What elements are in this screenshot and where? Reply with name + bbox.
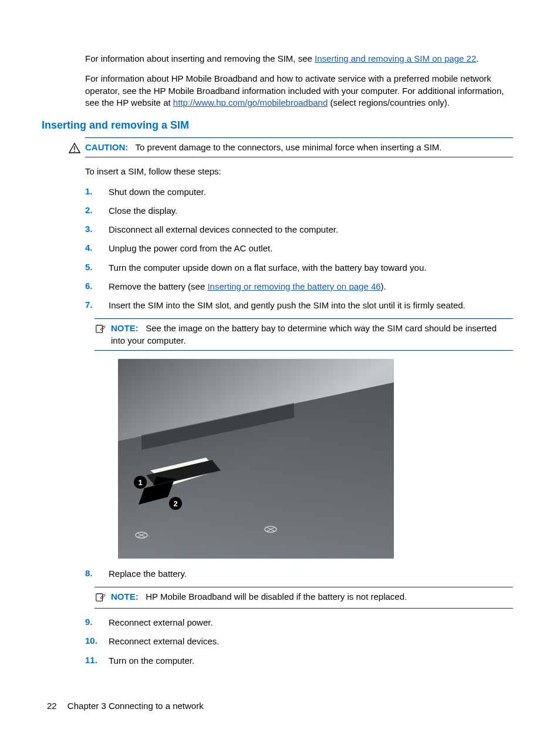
note-icon (95, 322, 111, 336)
step-text: Disconnect all external devices connecte… (109, 224, 513, 236)
step-8: 8. Replace the battery. (85, 568, 513, 580)
link-battery[interactable]: Inserting or removing the battery on pag… (207, 281, 380, 291)
caution-label: CAUTION: (85, 142, 128, 152)
page-footer: 22 Chapter 3 Connecting to a network (47, 701, 204, 711)
callout-1: 1 (138, 478, 142, 487)
step8-text: Replace the battery. (109, 568, 513, 580)
intro-paragraph-2: For information about HP Mobile Broadban… (85, 73, 513, 109)
intro-p2-suffix: (select regions/countries only). (328, 98, 450, 107)
caution-text: To prevent damage to the connectors, use… (136, 142, 442, 152)
content-area: For information about inserting and remo… (85, 53, 513, 667)
link-sim-section[interactable]: Inserting and removing a SIM on page 22 (315, 53, 476, 63)
note-icon (95, 591, 111, 604)
sim-insertion-image: 1 2 (118, 359, 394, 559)
step-num: 11. (85, 655, 109, 667)
page-container: For information about inserting and remo… (0, 0, 560, 746)
link-hp-broadband[interactable]: http://www.hp.com/go/mobilebroadband (173, 98, 328, 107)
step-num: 4. (85, 243, 109, 254)
step-8-wrap: 8. Replace the battery. (85, 568, 513, 580)
list-item: 5.Turn the computer upside down on a fla… (85, 262, 513, 274)
step-num: 10. (85, 636, 109, 647)
step-num: 1. (85, 186, 109, 198)
note1-label: NOTE: (111, 323, 139, 333)
svg-rect-2 (96, 325, 103, 333)
step-num: 5. (85, 262, 109, 274)
lead-text: To insert a SIM, follow these steps: (85, 166, 513, 177)
page-number: 22 (47, 701, 57, 711)
intro-p1-text: For information about inserting and remo… (85, 53, 315, 63)
note2-text: HP Mobile Broadband will be disabled if … (146, 592, 407, 601)
list-item: 11.Turn on the computer. (85, 655, 513, 667)
callout-2: 2 (173, 499, 177, 508)
step7-text: Insert the SIM into the SIM slot, and ge… (109, 300, 513, 311)
step6-suffix: ). (381, 281, 386, 291)
list-item: 1.Shut down the computer. (85, 186, 513, 198)
step-text: Unplug the power cord from the AC outlet… (109, 243, 513, 254)
step-num: 3. (85, 224, 109, 236)
step-7: 7. Insert the SIM into the SIM slot, and… (85, 300, 513, 311)
step-num: 2. (85, 205, 109, 217)
step-text: Shut down the computer. (109, 186, 513, 198)
step6-prefix: Remove the battery (see (109, 281, 207, 291)
list-item: 3.Disconnect all external devices connec… (85, 224, 513, 236)
list-item: 10.Reconnect external devices. (85, 636, 513, 647)
step-6: 6. Remove the battery (see Inserting or … (85, 281, 513, 293)
step-text: Reconnect external power. (109, 617, 513, 629)
step-num: 7. (85, 300, 109, 311)
list-item: 9.Reconnect external power. (85, 617, 513, 629)
note1-text: See the image on the battery bay to dete… (111, 323, 497, 345)
list-item: 2.Close the display. (85, 205, 513, 217)
section-heading: Inserting and removing a SIM (42, 119, 513, 132)
chapter-label: Chapter 3 Connecting to a network (68, 701, 204, 711)
step-num: 8. (85, 568, 109, 580)
svg-rect-19 (96, 594, 103, 601)
steps-list-a: 1.Shut down the computer.2.Close the dis… (85, 186, 513, 274)
note2-label: NOTE: (111, 592, 139, 601)
step-text: Turn the computer upside down on a flat … (109, 262, 513, 274)
note-callout-1: NOTE: See the image on the battery bay t… (95, 318, 513, 351)
caution-callout: CAUTION: To prevent damage to the connec… (85, 137, 513, 157)
step-6-wrap: 6. Remove the battery (see Inserting or … (85, 281, 513, 312)
note-callout-2: NOTE: HP Mobile Broadband will be disabl… (95, 587, 513, 609)
step-num: 6. (85, 281, 109, 293)
list-item: 4.Unplug the power cord from the AC outl… (85, 243, 513, 254)
svg-point-1 (74, 151, 75, 152)
step-text: Close the display. (109, 205, 513, 217)
steps-list-b: 9.Reconnect external power.10.Reconnect … (85, 617, 513, 667)
step-text: Reconnect external devices. (109, 636, 513, 647)
step-text: Turn on the computer. (109, 655, 513, 667)
intro-p1-suffix: . (476, 53, 478, 63)
step-num: 9. (85, 617, 109, 629)
caution-icon (69, 142, 85, 153)
intro-paragraph-1: For information about inserting and remo… (85, 53, 513, 65)
